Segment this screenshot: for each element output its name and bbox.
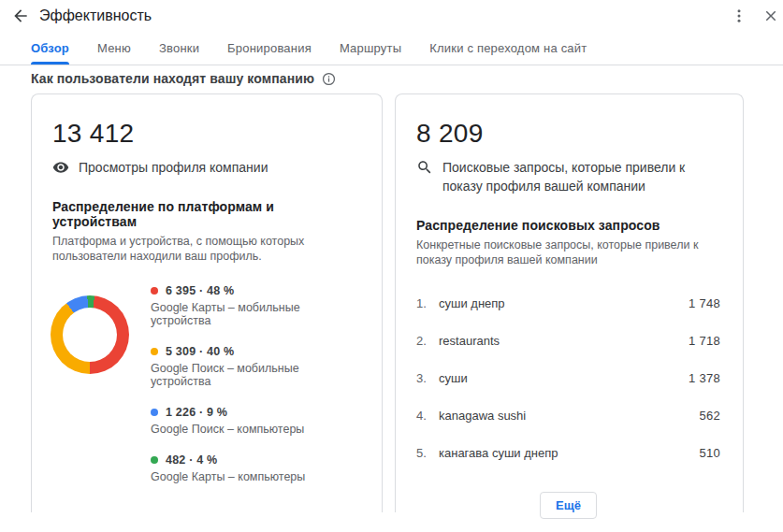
overflow-menu-button[interactable] [728, 5, 750, 27]
query-row-5: 5. канагава суши днепр 510 [416, 434, 720, 471]
back-button[interactable] [9, 5, 32, 27]
legend-dot-green [151, 456, 158, 464]
tab-calls[interactable]: Звонки [159, 41, 199, 65]
queries-breakdown-title: Распределение поисковых запросов [416, 218, 720, 233]
profile-views-caption-row: Просмотры профиля компании [52, 158, 359, 177]
legend-item-maps-desktop: 482 · 4 % Google Карты – компьютеры [151, 453, 359, 483]
arrow-left-icon [11, 7, 30, 25]
tab-website-clicks[interactable]: Клики с переходом на сайт [429, 41, 587, 65]
search-queries-count: 8 209 [416, 119, 720, 149]
search-queries-caption: Поисковые запросы, которые привели к пок… [442, 158, 720, 195]
query-list: 1. суши днепр 1 748 2. restaurants 1 718… [416, 284, 720, 471]
query-row-4: 4. kanagawa sushi 562 [416, 396, 720, 434]
legend-dot-orange [151, 348, 158, 355]
platform-breakdown-description: Платформа и устройства, с помощью которы… [52, 234, 350, 264]
close-icon [762, 7, 779, 24]
search-icon [416, 159, 433, 176]
performance-panel: Эффективность Обзор Меню Звонки Брониров… [0, 0, 783, 532]
tab-menu[interactable]: Меню [97, 41, 131, 65]
query-row-2: 2. restaurants 1 718 [416, 322, 720, 359]
profile-views-card: 13 412 Просмотры профиля компании Распре… [31, 93, 383, 512]
platform-breakdown-title: Распределение по платформам и устройства… [52, 199, 359, 229]
section-title: Как пользователи находят вашу компанию [31, 71, 314, 86]
tab-bookings[interactable]: Бронирования [227, 41, 312, 65]
tab-directions[interactable]: Маршруты [340, 41, 401, 65]
section-heading: Как пользователи находят вашу компанию [31, 71, 336, 86]
platform-legend: 6 395 · 48 % Google Карты – мобильные ус… [151, 284, 359, 483]
info-icon[interactable] [322, 72, 336, 86]
eye-icon [52, 159, 69, 176]
search-queries-card: 8 209 Поисковые запросы, которые привели… [395, 93, 744, 512]
more-button[interactable]: Ещё [540, 492, 597, 519]
legend-item-search-mobile: 5 309 · 40 % Google Поиск – мобильные ус… [151, 345, 359, 388]
search-queries-caption-row: Поисковые запросы, которые привели к пок… [416, 158, 720, 195]
platform-donut-chart [51, 295, 129, 374]
tabbar-divider [0, 65, 783, 65]
query-row-1: 1. суши днепр 1 748 [416, 284, 720, 322]
tab-bar: Обзор Меню Звонки Бронирования Маршруты … [31, 41, 587, 65]
legend-dot-blue [151, 409, 158, 416]
queries-breakdown-description: Конкретные поисковые запросы, которые пр… [416, 237, 714, 267]
legend-item-maps-mobile: 6 395 · 48 % Google Карты – мобильные ус… [151, 284, 359, 327]
kebab-menu-icon [731, 7, 747, 24]
tab-overview[interactable]: Обзор [31, 41, 69, 65]
profile-views-caption: Просмотры профиля компании [79, 158, 268, 177]
legend-item-search-desktop: 1 226 · 9 % Google Поиск – компьютеры [151, 406, 359, 436]
close-button[interactable] [760, 5, 782, 27]
page-title: Эффективность [39, 7, 152, 24]
platform-chart-area: 6 395 · 48 % Google Карты – мобильные ус… [52, 284, 359, 483]
legend-dot-red [151, 287, 158, 295]
profile-views-count: 13 412 [52, 119, 359, 149]
query-row-3: 3. суши 1 378 [416, 359, 720, 396]
